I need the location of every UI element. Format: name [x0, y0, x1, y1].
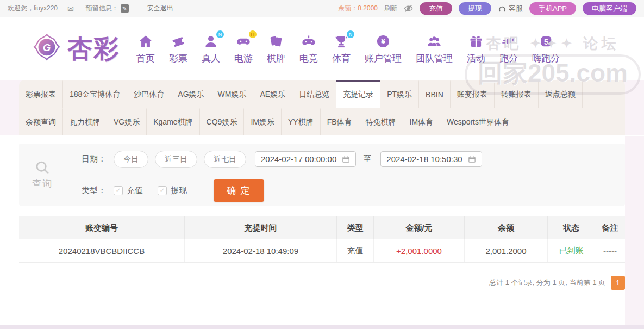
- tab[interactable]: IM娱乐: [244, 108, 282, 135]
- date-to-input[interactable]: 2024-02-18 10:50:30: [380, 151, 482, 167]
- eye-off-icon[interactable]: [404, 4, 413, 13]
- mobile-app-button[interactable]: 手机APP: [529, 2, 576, 15]
- nav-item-label: 彩票: [169, 52, 187, 65]
- nav-item-icon: [171, 34, 186, 49]
- nav-item[interactable]: 跑分: [492, 33, 525, 65]
- nav-item-icon: [301, 34, 316, 49]
- quick-date-button[interactable]: 近七日: [204, 151, 246, 168]
- tab[interactable]: Kgame棋牌: [147, 108, 199, 135]
- checkbox-icon[interactable]: [114, 186, 123, 195]
- nav-item[interactable]: 首页: [129, 33, 162, 65]
- tab[interactable]: AE娱乐: [253, 80, 292, 108]
- table-header-cell: 充提时间: [185, 216, 337, 239]
- tab[interactable]: BBIN: [419, 80, 451, 108]
- nav-item-label: 电竞: [299, 52, 318, 65]
- tab[interactable]: 余额查询: [19, 108, 63, 135]
- nav-item-label: 跑分: [499, 52, 518, 65]
- envelope-icon[interactable]: ✉: [67, 4, 74, 13]
- customer-service-label: 客服: [509, 4, 523, 14]
- tab[interactable]: VG娱乐: [107, 108, 147, 135]
- edit-icon[interactable]: ✎: [121, 4, 129, 13]
- tab[interactable]: 日结总览: [292, 80, 336, 108]
- nav-item-icon: [376, 34, 391, 49]
- topbar-actions: 余额：0.2000 刷新 充值 提现 客服 手机APP 电脑客户端: [338, 2, 636, 15]
- query-panel-label: 查询: [32, 177, 53, 190]
- date-from-input[interactable]: 2024-02-17 00:00:00: [255, 151, 356, 167]
- nav-item[interactable]: 嗨跑分: [525, 33, 567, 65]
- tab[interactable]: Wesports世界体育: [440, 108, 516, 135]
- tab-row-2: 余额查询瓦力棋牌VG娱乐Kgame棋牌CQ9娱乐IM娱乐YY棋牌FB体育特兔棋牌…: [19, 108, 625, 135]
- tab[interactable]: CQ9娱乐: [200, 108, 245, 135]
- withdraw-button[interactable]: 提现: [459, 2, 491, 15]
- type-checkbox-label: 充值: [127, 185, 143, 196]
- welcome-text: 欢迎您，liuyx220: [8, 4, 58, 13]
- nav-item-label: 棋牌: [267, 52, 285, 65]
- submit-button[interactable]: 确 定: [214, 179, 264, 202]
- tab[interactable]: WM娱乐: [211, 80, 254, 108]
- nav-item[interactable]: H 电游: [227, 33, 260, 65]
- nav-item[interactable]: 电竞: [292, 33, 325, 65]
- tab[interactable]: 188金宝博体育: [63, 80, 127, 108]
- checkbox-icon[interactable]: [158, 186, 167, 195]
- customer-service-link[interactable]: 客服: [498, 4, 523, 14]
- nav-item[interactable]: 彩票: [162, 33, 195, 65]
- date-row: 日期： 今日近三日近七日 2024-02-17 00:00:00 至 2024-…: [82, 144, 625, 175]
- table-header-cell: 备注: [595, 216, 625, 239]
- tab[interactable]: YY棋牌: [282, 108, 321, 135]
- tab-row-1: 彩票报表188金宝博体育沙巴体育AG娱乐WM娱乐AE娱乐日结总览充提记录PT娱乐…: [19, 80, 625, 108]
- nav-item[interactable]: 团队管理: [409, 33, 460, 65]
- nav-item[interactable]: N 真人: [195, 33, 227, 65]
- records-table: 账变编号充提时间类型金额/元余额状态备注 20240218VBCBDIICCB …: [19, 216, 625, 263]
- table-row[interactable]: 20240218VBCBDIICCB 2024-02-18 10:49:09 充…: [19, 239, 625, 263]
- date-to-value: 2024-02-18 10:50:30: [386, 154, 462, 164]
- cell-balance: 2,001.2000: [465, 239, 548, 262]
- type-checkbox[interactable]: 提现: [158, 185, 187, 196]
- nav-item[interactable]: 棋牌: [260, 33, 292, 65]
- tab[interactable]: AG娱乐: [171, 80, 211, 108]
- page-button-1[interactable]: 1: [611, 276, 625, 290]
- pagination: 总计 1 个记录, 分为 1 页, 当前第 1 页 1: [19, 276, 625, 290]
- tab[interactable]: 沙巴体育: [127, 80, 171, 108]
- nav-item[interactable]: 活动: [460, 33, 492, 65]
- search-icon: [34, 159, 51, 176]
- tab[interactable]: 充提记录: [336, 80, 380, 108]
- tab[interactable]: IM体育: [403, 108, 441, 135]
- nav-item-icon: [539, 34, 554, 49]
- cell-type: 充值: [337, 239, 374, 262]
- tab[interactable]: 账变报表: [451, 80, 495, 108]
- type-row: 类型： 充值 提现 确 定: [82, 175, 625, 206]
- nav-item-label: 活动: [467, 52, 485, 65]
- query-side-button[interactable]: 查询: [19, 144, 66, 206]
- reserved-info-label: 预留信息：: [86, 4, 118, 13]
- quick-date-button[interactable]: 今日: [114, 151, 148, 168]
- right-edge-strip: [625, 136, 644, 329]
- type-checkbox[interactable]: 充值: [114, 185, 143, 196]
- refresh-button[interactable]: 刷新: [384, 4, 397, 13]
- calendar-icon: [468, 155, 476, 163]
- deposit-button[interactable]: 充值: [420, 2, 452, 15]
- balance-label: 余额：: [338, 4, 358, 12]
- table-body: 20240218VBCBDIICCB 2024-02-18 10:49:09 充…: [19, 239, 625, 263]
- nav-item[interactable]: N 体育: [325, 33, 358, 65]
- cell-status: 已到账: [548, 239, 595, 262]
- logo-text: 杏彩: [67, 32, 120, 66]
- pagination-summary: 总计 1 个记录, 分为 1 页, 当前第 1 页: [489, 278, 605, 288]
- tab[interactable]: PT娱乐: [380, 80, 419, 108]
- quick-date-button[interactable]: 近三日: [155, 151, 197, 168]
- pc-client-button[interactable]: 电脑客户端: [583, 2, 636, 15]
- tab[interactable]: 特兔棋牌: [359, 108, 403, 135]
- site-logo[interactable]: G 杏彩: [32, 32, 120, 66]
- tab[interactable]: 返点总额: [539, 80, 583, 108]
- nav-badge: H: [249, 30, 257, 38]
- tab[interactable]: 彩票报表: [19, 80, 63, 108]
- tab[interactable]: 瓦力棋牌: [63, 108, 107, 135]
- bottom-edge-strip: [0, 325, 644, 329]
- logout-link[interactable]: 安全退出: [147, 4, 173, 13]
- tab[interactable]: 转账报表: [495, 80, 539, 108]
- type-label: 类型：: [82, 185, 106, 196]
- nav-item-icon: [501, 34, 516, 49]
- tab[interactable]: FB体育: [321, 108, 359, 135]
- query-form: 日期： 今日近三日近七日 2024-02-17 00:00:00 至 2024-…: [66, 144, 625, 206]
- date-label: 日期：: [82, 154, 106, 164]
- nav-item[interactable]: 账户管理: [358, 33, 409, 65]
